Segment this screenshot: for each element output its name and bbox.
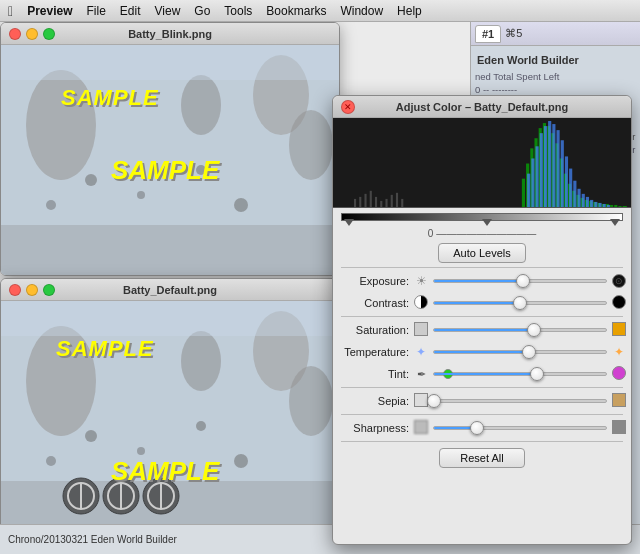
temperature-thumb[interactable] [522,345,536,359]
auto-levels-button[interactable]: Auto Levels [438,243,525,263]
svg-rect-86 [401,199,403,207]
traffic-lights-default[interactable] [9,284,55,296]
temperature-fill [434,351,529,353]
svg-rect-85 [396,193,398,207]
auto-levels-container: Auto Levels [333,243,631,263]
tint-label: Tint: [337,368,409,380]
svg-rect-67 [569,169,572,207]
saturation-right-square [612,322,626,336]
menu-edit[interactable]: Edit [120,4,141,18]
slider-row-temperature: Temperature: ✦ ✦ [337,341,627,363]
menu-help[interactable]: Help [397,4,422,18]
svg-point-16 [137,447,145,455]
svg-rect-69 [577,189,580,207]
svg-rect-70 [582,194,585,207]
svg-rect-53 [610,205,613,207]
apple-menu[interactable]:  [8,3,13,19]
svg-rect-63 [552,124,555,207]
menu-preview[interactable]: Preview [27,4,72,18]
menu-tools[interactable]: Tools [224,4,252,18]
slider-row-contrast: Contrast: [337,292,627,314]
svg-point-15 [85,430,97,442]
svg-rect-81 [375,197,377,207]
maximize-button-default[interactable] [43,284,55,296]
title-bar-default: Batty_Default.png [1,279,339,301]
saturation-label: Saturation: [337,324,409,336]
close-button-default[interactable] [9,284,21,296]
slider-row-tint: Tint: ✒ [337,363,627,385]
temperature-track[interactable] [433,350,607,354]
contrast-thumb[interactable] [513,296,527,310]
menu-view[interactable]: View [155,4,181,18]
menu-bookmarks[interactable]: Bookmarks [266,4,326,18]
divider-3 [341,387,623,388]
svg-rect-62 [548,121,551,207]
svg-rect-65 [561,140,564,207]
svg-rect-9 [1,45,339,80]
adjust-panel-title: Adjust Color – Batty_Default.png [396,101,568,113]
histogram-right-arrow[interactable] [610,219,620,226]
reset-all-button[interactable]: Reset All [439,448,524,468]
svg-point-7 [234,198,248,212]
window-title-default: Batty_Default.png [123,284,217,296]
window-title-blink: Batty_Blink.png [128,28,212,40]
svg-point-8 [46,200,56,210]
histogram-left-arrow[interactable] [344,219,354,226]
histogram-label: 0 —————————— [333,228,631,239]
menu-go[interactable]: Go [194,4,210,18]
slider-row-saturation: Saturation: [337,319,627,341]
menu-window[interactable]: Window [340,4,383,18]
menu-file[interactable]: File [87,4,106,18]
sepia-thumb[interactable] [427,394,441,408]
minimize-button-blink[interactable] [26,28,38,40]
contrast-icon-left [413,295,429,311]
tint-thumb[interactable] [530,367,544,381]
divider-2 [341,316,623,317]
svg-rect-84 [391,195,393,207]
slider-row-exposure: Exposure: ☀ ⊙ [337,270,627,292]
sharpness-thumb[interactable] [470,421,484,435]
contrast-fill [434,302,520,304]
saturation-fill [434,329,534,331]
svg-rect-82 [380,201,382,207]
overlay-line-1: ned Total Spent Left [471,70,640,83]
exposure-thumb[interactable] [516,274,530,288]
exposure-icon-left: ☀ [413,274,429,288]
saturation-thumb[interactable] [527,323,541,337]
exposure-icon-right: ⊙ [611,274,627,288]
traffic-lights-blink[interactable] [9,28,55,40]
tint-icon-right [611,366,627,382]
svg-rect-61 [544,126,547,207]
close-button-blink[interactable] [9,28,21,40]
adjust-close-button[interactable]: ✕ [341,100,355,114]
sepia-track[interactable] [433,399,607,403]
svg-point-1 [181,75,221,135]
tint-track[interactable] [433,372,607,376]
minimize-button-default[interactable] [26,284,38,296]
contrast-track[interactable] [433,301,607,305]
saturation-icon-right [611,322,627,338]
divider-4 [341,414,623,415]
shortcut-label: ⌘5 [505,27,522,40]
svg-rect-58 [531,158,534,207]
svg-rect-10 [1,225,339,275]
tint-pipette-icon: ✒ [413,368,429,381]
svg-rect-75 [603,204,606,207]
svg-point-3 [289,110,333,180]
sharpness-left-square [414,420,428,434]
sharpness-track[interactable] [433,426,607,430]
histogram-mid-arrow[interactable] [482,219,492,226]
maximize-button-blink[interactable] [43,28,55,40]
saturation-left-square [414,322,428,336]
sample-text-top-default: SAMPLE [56,336,154,362]
exposure-label: Exposure: [337,275,409,287]
svg-point-5 [137,191,145,199]
exposure-track[interactable] [433,279,607,283]
tab-item-1[interactable]: #1 [475,25,501,43]
svg-rect-79 [364,194,366,207]
histogram [333,118,631,208]
svg-rect-78 [359,197,361,207]
slider-row-sharpness: Sharpness: [337,417,627,439]
status-text: Chrono/20130321 Eden World Builder [8,534,177,545]
saturation-track[interactable] [433,328,607,332]
